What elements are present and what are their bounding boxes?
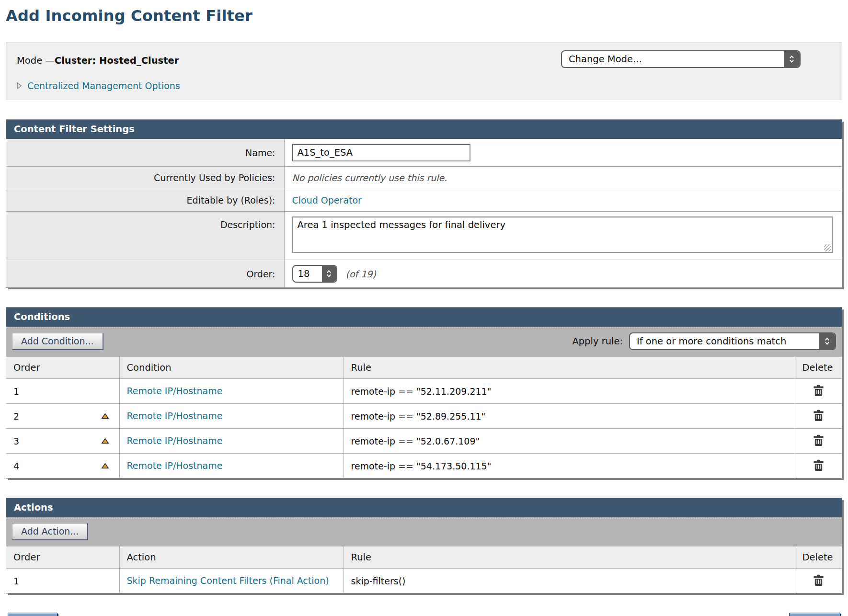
submit-button[interactable]: Submit [789,613,840,616]
delete-condition-button[interactable] [812,433,825,447]
column-header-rule: Rule [344,547,795,569]
condition-link[interactable]: Remote IP/Hostname [127,411,223,421]
conditions-table: Order Condition Rule Delete 1 Remote IP/… [6,356,842,478]
description-textarea[interactable]: Area 1 inspected messages for final deli… [292,217,833,253]
mode-row: Mode —Cluster: Hosted_Cluster Change Mod… [17,50,831,68]
apply-rule-select-value: If one or more conditions match [630,333,819,349]
mode-label: Mode — [17,55,55,66]
roles-label: Editable by (Roles): [6,189,284,212]
condition-order: 3 [13,436,19,446]
trash-icon [813,391,824,398]
delete-condition-button[interactable] [812,409,825,422]
condition-rule: remote-ip == "52.0.67.109" [351,436,480,446]
content-filter-settings-header: Content Filter Settings [6,120,842,139]
column-header-rule: Rule [344,357,795,379]
footer-buttons: Cancel Submit [6,613,842,616]
actions-table: Order Action Rule Delete 1 Skip Remainin… [6,546,842,593]
condition-link[interactable]: Remote IP/Hostname [127,386,223,396]
conditions-panel: Conditions Add Condition... Apply rule: … [6,307,842,479]
condition-row: 3 Remote IP/Hostname remote-ip == "52.0.… [6,429,842,454]
conditions-toolbar: Add Condition... Apply rule: If one or m… [6,327,842,356]
move-up-button[interactable] [100,437,110,445]
condition-rule: remote-ip == "54.173.50.115" [351,461,492,471]
condition-order: 1 [13,386,19,397]
add-condition-button[interactable]: Add Condition... [12,333,103,350]
trash-icon [813,466,824,473]
trash-icon [813,416,824,423]
column-header-delete: Delete [795,357,842,379]
change-mode-select[interactable]: Change Mode... [561,50,801,68]
order-select-value: 18 [293,266,322,282]
policies-value: No policies currently use this rule. [284,167,842,189]
name-label: Name: [6,139,284,167]
order-label: Order: [6,260,284,288]
order-select[interactable]: 18 [292,265,337,283]
column-header-condition: Condition [119,357,344,379]
condition-link[interactable]: Remote IP/Hostname [127,460,223,471]
move-up-icon [101,438,109,445]
actions-table-header-row: Order Action Rule Delete [6,547,842,569]
page: Add Incoming Content Filter Mode —Cluste… [0,0,848,616]
select-stepper-icon [819,333,835,349]
description-row: Description: Area 1 inspected messages f… [6,212,842,260]
content-filter-settings-table: Name: Currently Used by Policies: No pol… [6,139,842,287]
move-up-icon [101,413,109,421]
condition-rule: remote-ip == "52.11.209.211" [351,386,492,397]
column-header-order: Order [6,547,119,569]
cloud-operator-link[interactable]: Cloud Operator [292,195,362,205]
apply-rule-group: Apply rule: If one or more conditions ma… [572,332,836,350]
actions-panel: Actions Add Action... Order Action Rule … [6,498,842,593]
action-row: 1 Skip Remaining Content Filters (Final … [6,569,842,593]
apply-rule-select[interactable]: If one or more conditions match [629,332,836,350]
mode-panel: Mode —Cluster: Hosted_Cluster Change Mod… [6,42,842,100]
select-stepper-icon [322,266,336,282]
condition-order: 2 [13,411,19,422]
name-input[interactable] [292,144,470,161]
cancel-button[interactable]: Cancel [8,613,57,616]
column-header-delete: Delete [795,547,842,569]
trash-icon [813,441,824,448]
disclosure-triangle-icon[interactable] [17,82,22,90]
add-action-button[interactable]: Add Action... [12,523,88,540]
mode-value: Cluster: Hosted_Cluster [55,55,179,66]
order-row: Order: 18 (of 19) [6,260,842,288]
policies-row: Currently Used by Policies: No policies … [6,167,842,189]
column-header-order: Order [6,357,119,379]
trash-icon [813,581,824,588]
move-up-icon [101,463,109,470]
description-label: Description: [6,212,284,260]
action-rule: skip-filters() [351,576,406,586]
centralized-management-options-link[interactable]: Centralized Management Options [27,80,180,91]
action-link[interactable]: Skip Remaining Content Filters (Final Ac… [127,575,329,586]
content-filter-settings-panel: Content Filter Settings Name: Currently … [6,119,842,288]
move-up-button[interactable] [100,462,110,470]
delete-condition-button[interactable] [812,458,825,472]
move-up-button[interactable] [100,412,110,420]
centralized-management-row: Centralized Management Options [17,80,831,91]
condition-row: 1 Remote IP/Hostname remote-ip == "52.11… [6,379,842,404]
condition-row: 4 Remote IP/Hostname remote-ip == "54.17… [6,454,842,479]
change-mode-select-value: Change Mode... [562,51,784,67]
condition-order: 4 [13,461,19,471]
page-title: Add Incoming Content Filter [6,7,842,25]
conditions-header: Conditions [6,308,842,327]
policies-label: Currently Used by Policies: [6,167,284,189]
condition-link[interactable]: Remote IP/Hostname [127,435,223,446]
name-row: Name: [6,139,842,167]
roles-row: Editable by (Roles): Cloud Operator [6,189,842,212]
mode-text: Mode —Cluster: Hosted_Cluster [17,52,179,66]
condition-rule: remote-ip == "52.89.255.11" [351,411,486,422]
delete-condition-button[interactable] [812,384,825,398]
delete-action-button[interactable] [812,573,825,587]
apply-rule-label: Apply rule: [572,336,623,347]
action-order: 1 [13,576,19,586]
actions-header: Actions [6,498,842,517]
column-header-action: Action [119,547,344,569]
conditions-table-header-row: Order Condition Rule Delete [6,357,842,379]
select-stepper-icon [784,51,800,67]
condition-row: 2 Remote IP/Hostname remote-ip == "52.89… [6,404,842,429]
order-total: (of 19) [346,269,376,279]
actions-toolbar: Add Action... [6,517,842,546]
